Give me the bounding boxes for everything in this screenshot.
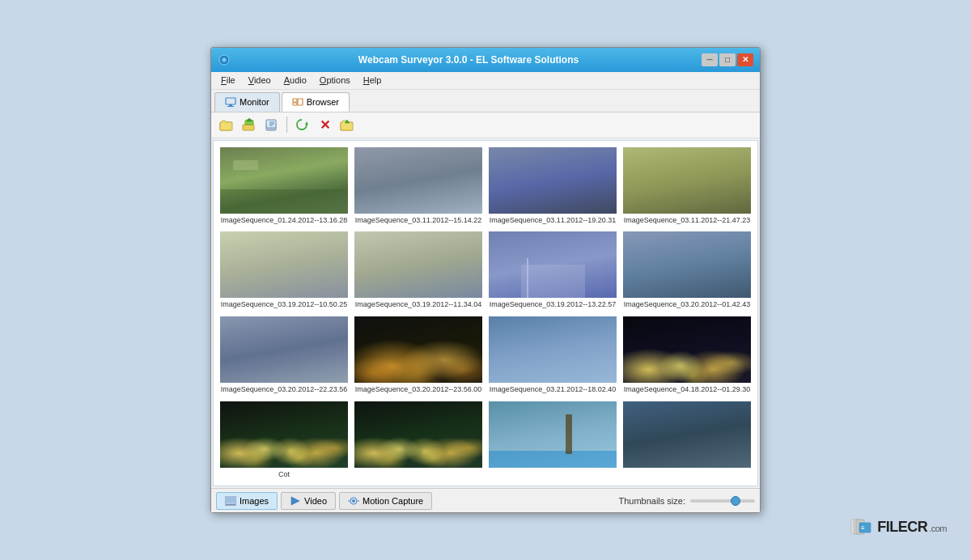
thumbnail-item[interactable]: ImageSequence_03.11.2012--19.20.31 xyxy=(489,147,617,226)
thumbnail-label: ImageSequence_03.11.2012--21.47.23 xyxy=(623,216,751,226)
images-label: Images xyxy=(240,496,269,506)
menu-file[interactable]: File xyxy=(214,74,242,87)
tab-monitor-label: Monitor xyxy=(240,97,269,107)
thumbnail-item[interactable]: ImageSequence_01.24.2012--13.16.28 xyxy=(220,147,348,226)
svg-point-2 xyxy=(223,58,226,61)
thumbnail-label: ImageSequence_03.19.2012--10.50.25 xyxy=(220,300,348,310)
svg-rect-4 xyxy=(229,104,232,106)
window-title: Webcam Surveyor 3.0.0 - EL Software Solu… xyxy=(235,54,702,66)
thumbnail-label: ImageSequence_03.20.2012--22.23.56 xyxy=(220,385,348,395)
app-icon xyxy=(218,53,231,66)
svg-rect-3 xyxy=(226,98,235,104)
toolbar-up-button[interactable] xyxy=(239,115,260,134)
thumbnail-item[interactable]: ImageSequence_03.21.2012--18.02.40 xyxy=(489,316,617,395)
thumbnail-label: ImageSequence_03.21.2012--18.02.40 xyxy=(489,385,617,395)
thumbnail-item[interactable]: ImageSequence_03.11.2012--15.14.22 xyxy=(354,147,482,226)
thumbnail-item[interactable] xyxy=(623,401,751,480)
view-motion-button[interactable]: Motion Capture xyxy=(339,492,432,510)
view-images-button[interactable]: Images xyxy=(216,492,278,510)
close-button[interactable]: ✕ xyxy=(737,53,753,66)
thumbnail-label: ImageSequence_03.20.2012--23.56.00 xyxy=(354,385,482,395)
thumbnail-item[interactable]: ImageSequence_03.20.2012--01.42.43 xyxy=(623,231,751,310)
thumbnail-item[interactable]: ImageSequence_03.20.2012--22.23.56 xyxy=(220,316,348,395)
video-label: Video xyxy=(304,496,327,506)
toolbar-separator-1 xyxy=(286,117,287,133)
filecr-dotcom: .com xyxy=(929,524,947,533)
svg-marker-17 xyxy=(305,121,308,125)
view-video-button[interactable]: Video xyxy=(281,492,336,510)
tab-browser-label: Browser xyxy=(307,97,339,107)
titlebar: Webcam Surveyor 3.0.0 - EL Software Solu… xyxy=(211,48,760,72)
thumbnail-grid: ImageSequence_01.24.2012--13.16.28 Image… xyxy=(214,141,757,486)
thumbnail-label: ImageSequence_03.11.2012--15.14.22 xyxy=(354,216,482,226)
thumbnail-item[interactable] xyxy=(354,401,482,480)
tab-monitor[interactable]: Monitor xyxy=(214,92,280,112)
minimize-button[interactable]: ─ xyxy=(702,53,718,66)
thumbnail-item[interactable]: ImageSequence_03.19.2012--11.34.04 xyxy=(354,231,482,310)
tab-bar: Monitor Browser xyxy=(211,90,760,112)
thumbnail-item[interactable]: ImageSequence_03.19.2012--13.22.57 xyxy=(489,231,617,310)
menu-audio[interactable]: Audio xyxy=(278,74,313,87)
browser-tab-icon xyxy=(292,96,303,108)
toolbar-new-button[interactable] xyxy=(261,115,282,134)
filecr-name: FILECR xyxy=(877,519,927,535)
thumbnail-label: ImageSequence_01.24.2012--13.16.28 xyxy=(220,216,348,226)
thumbnail-label: ImageSequence_03.19.2012--13.22.57 xyxy=(489,300,617,310)
svg-rect-21 xyxy=(226,497,235,503)
toolbar-open-button[interactable] xyxy=(216,115,237,134)
svg-rect-7 xyxy=(293,103,297,105)
motion-label: Motion Capture xyxy=(363,496,423,506)
thumbnail-label: ImageSequence_04.18.2012--01.29.30 xyxy=(623,385,751,395)
svg-rect-5 xyxy=(227,106,234,107)
menu-options[interactable]: Options xyxy=(313,74,357,87)
filecr-watermark: ≡ FILECR.com xyxy=(850,518,947,536)
thumbnail-item[interactable]: ImageSequence_03.11.2012--21.47.23 xyxy=(623,147,751,226)
menubar: File Video Audio Options Help xyxy=(211,72,760,90)
window-controls: ─ □ ✕ xyxy=(702,53,753,66)
thumb-size-slider[interactable] xyxy=(690,499,755,503)
thumbnail-label: ImageSequence_03.19.2012--11.34.04 xyxy=(354,300,482,310)
thumbnail-item[interactable]: ImageSequence_03.20.2012--23.56.00 xyxy=(354,316,482,395)
thumbnail-label: ImageSequence_03.11.2012--19.20.31 xyxy=(489,216,617,226)
toolbar-export-button[interactable] xyxy=(337,115,358,134)
thumbnail-label: Cot xyxy=(220,470,348,480)
toolbar-delete-button[interactable]: ✕ xyxy=(314,115,335,134)
thumbnail-item[interactable]: Cot xyxy=(220,401,348,480)
thumb-size-slider-container xyxy=(690,499,755,503)
svg-marker-24 xyxy=(291,497,299,505)
monitor-tab-icon xyxy=(225,96,236,108)
tab-browser[interactable]: Browser xyxy=(282,92,350,112)
content-area: ImageSequence_01.24.2012--13.16.28 Image… xyxy=(213,140,758,487)
toolbar-refresh-button[interactable] xyxy=(291,115,312,134)
svg-rect-10 xyxy=(243,125,254,130)
svg-rect-8 xyxy=(298,99,303,105)
thumb-size-label: Thumbnails size: xyxy=(618,496,685,506)
filecr-brand: FILECR.com xyxy=(877,519,947,536)
action-toolbar: ✕ xyxy=(211,112,760,138)
thumbnail-size-area: Thumbnails size: xyxy=(618,496,755,506)
svg-point-26 xyxy=(352,499,355,503)
menu-help[interactable]: Help xyxy=(357,74,388,87)
main-window: Webcam Surveyor 3.0.0 - EL Software Solu… xyxy=(210,47,761,514)
slider-thumb xyxy=(731,496,740,506)
maximize-button[interactable]: □ xyxy=(719,53,736,66)
svg-rect-23 xyxy=(226,504,235,506)
status-bar: Images Video Motion Capture Thumbnails s… xyxy=(211,488,760,512)
thumbnail-label: ImageSequence_03.20.2012--01.42.43 xyxy=(623,300,751,310)
thumbnail-item[interactable] xyxy=(489,401,617,480)
svg-text:≡: ≡ xyxy=(861,524,865,532)
thumbnail-item[interactable]: ImageSequence_04.18.2012--01.29.30 xyxy=(623,316,751,395)
menu-video[interactable]: Video xyxy=(242,74,278,87)
filecr-icon: ≡ xyxy=(850,518,872,536)
thumbnail-item[interactable]: ImageSequence_03.19.2012--10.50.25 xyxy=(220,231,348,310)
svg-rect-6 xyxy=(293,99,297,102)
